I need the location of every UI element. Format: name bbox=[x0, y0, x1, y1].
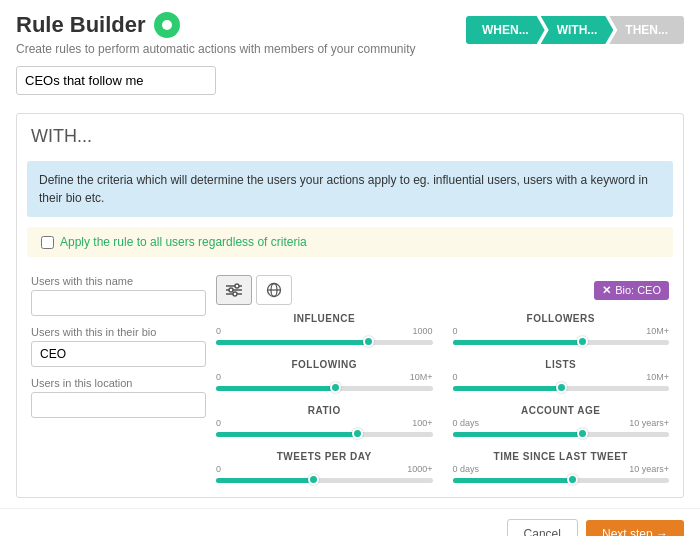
slider-account-age-fill bbox=[453, 432, 583, 437]
logo-icon bbox=[154, 12, 180, 38]
apply-all-label[interactable]: Apply the rule to all users regardless o… bbox=[60, 235, 307, 249]
tag-text: Bio: CEO bbox=[615, 284, 661, 296]
slider-ratio-thumb[interactable] bbox=[352, 428, 363, 439]
slider-following-thumb[interactable] bbox=[330, 382, 341, 393]
slider-followers-label: FOLLOWERS bbox=[453, 313, 670, 324]
top-row: ✕ Bio: CEO bbox=[216, 275, 669, 305]
slider-ratio-max: 100+ bbox=[412, 418, 432, 428]
slider-time-since-last-tweet-track[interactable] bbox=[453, 478, 670, 483]
slider-time-since-last-tweet-label: TIME SINCE LAST TWEET bbox=[453, 451, 670, 462]
slider-lists: LISTS 0 10M+ bbox=[453, 359, 670, 393]
slider-tweets-per-day-max: 1000+ bbox=[407, 464, 432, 474]
section-title: WITH... bbox=[17, 114, 683, 153]
slider-lists-min: 0 bbox=[453, 372, 458, 382]
slider-influence-track[interactable] bbox=[216, 340, 433, 345]
with-section: WITH... Define the criteria which will d… bbox=[16, 113, 684, 498]
slider-account-age-min: 0 days bbox=[453, 418, 480, 428]
right-panel: ✕ Bio: CEO INFLUENCE 0 1000 bbox=[216, 275, 669, 485]
slider-influence-fill bbox=[216, 340, 368, 345]
slider-tweets-per-day-label: TWEETS PER DAY bbox=[216, 451, 433, 462]
bio-field-label: Users with this in their bio bbox=[31, 326, 206, 338]
slider-tweets-per-day: TWEETS PER DAY 0 1000+ bbox=[216, 451, 433, 485]
tag-remove-icon[interactable]: ✕ bbox=[602, 284, 611, 297]
slider-account-age-label: ACCOUNT AGE bbox=[453, 405, 670, 416]
page-title: Rule Builder bbox=[16, 12, 146, 38]
slider-influence-thumb[interactable] bbox=[363, 336, 374, 347]
slider-account-age-track[interactable] bbox=[453, 432, 670, 437]
slider-lists-fill bbox=[453, 386, 561, 391]
location-field-label: Users in this location bbox=[31, 377, 206, 389]
slider-ratio: RATIO 0 100+ bbox=[216, 405, 433, 439]
svg-point-3 bbox=[229, 288, 233, 292]
slider-time-since-last-tweet-thumb[interactable] bbox=[567, 474, 578, 485]
slider-lists-label: LISTS bbox=[453, 359, 670, 370]
location-input[interactable] bbox=[31, 392, 206, 418]
slider-influence: INFLUENCE 0 1000 bbox=[216, 313, 433, 347]
steps-bar: WHEN... WITH... THEN... bbox=[466, 16, 684, 44]
slider-lists-thumb[interactable] bbox=[556, 382, 567, 393]
header-subtitle: Create rules to perform automatic action… bbox=[16, 42, 684, 56]
slider-influence-min: 0 bbox=[216, 326, 221, 336]
slider-following-label: FOLLOWING bbox=[216, 359, 433, 370]
filter-tabs bbox=[216, 275, 292, 305]
slider-time-since-last-tweet-min: 0 days bbox=[453, 464, 480, 474]
section-description: Define the criteria which will determine… bbox=[27, 161, 673, 217]
slider-following-max: 10M+ bbox=[410, 372, 433, 382]
name-input[interactable] bbox=[31, 290, 206, 316]
slider-ratio-fill bbox=[216, 432, 357, 437]
step-with-button[interactable]: WITH... bbox=[541, 16, 614, 44]
slider-account-age: ACCOUNT AGE 0 days 10 years+ bbox=[453, 405, 670, 439]
slider-lists-max: 10M+ bbox=[646, 372, 669, 382]
slider-time-since-last-tweet-fill bbox=[453, 478, 572, 483]
rule-name-input[interactable] bbox=[16, 66, 216, 95]
slider-following-track[interactable] bbox=[216, 386, 433, 391]
slider-following-min: 0 bbox=[216, 372, 221, 382]
slider-tweets-per-day-fill bbox=[216, 478, 313, 483]
slider-following: FOLLOWING 0 10M+ bbox=[216, 359, 433, 393]
slider-followers-track[interactable] bbox=[453, 340, 670, 345]
apply-all-checkbox[interactable] bbox=[41, 236, 54, 249]
step-then-button[interactable]: THEN... bbox=[609, 16, 684, 44]
slider-tweets-per-day-track[interactable] bbox=[216, 478, 433, 483]
tags-area: ✕ Bio: CEO bbox=[594, 281, 669, 300]
slider-followers: FOLLOWERS 0 10M+ bbox=[453, 313, 670, 347]
slider-ratio-min: 0 bbox=[216, 418, 221, 428]
page-container: Rule Builder Create rules to perform aut… bbox=[0, 0, 700, 536]
filter-globe-tab[interactable] bbox=[256, 275, 292, 305]
slider-following-fill bbox=[216, 386, 335, 391]
cancel-button[interactable]: Cancel bbox=[507, 519, 578, 536]
svg-point-5 bbox=[233, 292, 237, 296]
header-area: Rule Builder Create rules to perform aut… bbox=[0, 0, 700, 103]
step-when-button[interactable]: WHEN... bbox=[466, 16, 545, 44]
slider-tweets-per-day-thumb[interactable] bbox=[308, 474, 319, 485]
slider-ratio-track[interactable] bbox=[216, 432, 433, 437]
next-step-button[interactable]: Next step → bbox=[586, 520, 684, 536]
left-panel: Users with this name Users with this in … bbox=[31, 275, 206, 485]
slider-tweets-per-day-min: 0 bbox=[216, 464, 221, 474]
slider-lists-track[interactable] bbox=[453, 386, 670, 391]
main-content: Users with this name Users with this in … bbox=[17, 267, 683, 497]
filter-sliders-tab[interactable] bbox=[216, 275, 252, 305]
sliders-grid: INFLUENCE 0 1000 FOLLOWERS bbox=[216, 313, 669, 485]
footer: Cancel Next step → bbox=[0, 508, 700, 536]
slider-followers-min: 0 bbox=[453, 326, 458, 336]
slider-followers-max: 10M+ bbox=[646, 326, 669, 336]
apply-all-row: Apply the rule to all users regardless o… bbox=[27, 227, 673, 257]
slider-time-since-last-tweet: TIME SINCE LAST TWEET 0 days 10 years+ bbox=[453, 451, 670, 485]
slider-ratio-label: RATIO bbox=[216, 405, 433, 416]
slider-account-age-thumb[interactable] bbox=[577, 428, 588, 439]
svg-point-1 bbox=[235, 284, 239, 288]
slider-followers-thumb[interactable] bbox=[577, 336, 588, 347]
logo-inner bbox=[162, 20, 172, 30]
name-field-label: Users with this name bbox=[31, 275, 206, 287]
slider-followers-fill bbox=[453, 340, 583, 345]
slider-account-age-max: 10 years+ bbox=[629, 418, 669, 428]
slider-influence-max: 1000 bbox=[412, 326, 432, 336]
bio-input[interactable] bbox=[31, 341, 206, 367]
slider-time-since-last-tweet-max: 10 years+ bbox=[629, 464, 669, 474]
slider-influence-label: INFLUENCE bbox=[216, 313, 433, 324]
bio-tag: ✕ Bio: CEO bbox=[594, 281, 669, 300]
